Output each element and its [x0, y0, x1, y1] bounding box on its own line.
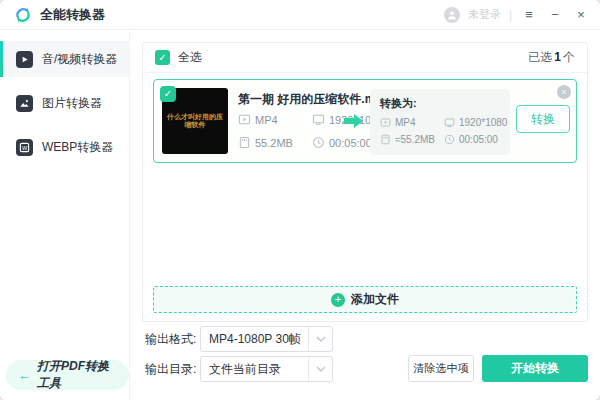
add-files-label: 添加文件: [351, 291, 399, 308]
output-format-select[interactable]: MP4-1080P 30帧: [200, 326, 333, 352]
size-icon: [238, 136, 251, 149]
chevron-down-icon: [308, 327, 332, 351]
minimize-icon[interactable]: −: [546, 6, 564, 24]
file-list-panel: ✓ 全选 已选1个 什么才叫好用的压缩软件 ✓ 第一期 好用的压缩软件.mp4 …: [142, 42, 588, 322]
chevron-down-icon: [308, 357, 332, 381]
webp-converter-icon: W: [16, 139, 33, 156]
source-format: MP4: [238, 113, 312, 126]
start-convert-button[interactable]: 开始转换: [482, 355, 588, 382]
select-all-checkbox[interactable]: ✓: [155, 50, 170, 65]
output-format-label: 输出格式:: [145, 326, 196, 352]
sidebar: 音/视频转换器 图片转换器 W WEBP转换器 ← 打开PDF转换工具: [0, 31, 130, 400]
target-label: 转换为:: [380, 96, 500, 111]
select-all-label: 全选: [178, 49, 202, 66]
selected-prefix: 已选: [528, 50, 552, 64]
open-pdf-tool-button[interactable]: ← 打开PDF转换工具: [6, 360, 129, 390]
person-icon: [447, 10, 457, 20]
target-size: ≈55.2MB: [380, 134, 444, 145]
target-duration: 00:05:00: [444, 134, 507, 145]
target-specs: MP4 1920*1080 ≈55.2MB 00:05:00: [380, 117, 500, 145]
video-converter-icon: [16, 51, 33, 68]
output-dir-value: 文件当前目录: [201, 361, 308, 378]
clear-selected-button[interactable]: 清除选中项: [408, 355, 474, 382]
image-converter-icon: [16, 95, 33, 112]
target-specs-panel: 转换为: MP4 1920*1080 ≈55.2MB: [370, 89, 510, 155]
titlebar-controls: 未登录 | ≡ − ×: [444, 6, 590, 24]
titlebar-separator: |: [509, 8, 512, 22]
remove-file-icon[interactable]: ×: [557, 85, 571, 99]
pdf-tool-label: 打开PDF转换工具: [37, 358, 117, 392]
selected-count-value: 1: [554, 50, 561, 64]
duration-icon: [444, 134, 455, 145]
titlebar: 全能转换器 未登录 | ≡ − ×: [0, 0, 600, 30]
format-icon: [380, 117, 391, 128]
file-name: 第一期 好用的压缩软件.mp4: [238, 91, 389, 108]
plus-icon: +: [331, 293, 345, 307]
sidebar-item-image-converter[interactable]: 图片转换器: [0, 85, 129, 121]
target-resolution: 1920*1080: [444, 117, 507, 128]
menu-icon[interactable]: ≡: [520, 6, 538, 24]
back-arrow-icon: ←: [18, 368, 31, 383]
sidebar-item-label: 图片转换器: [42, 95, 102, 112]
app-logo-icon: [14, 6, 32, 24]
sidebar-item-webp-converter[interactable]: W WEBP转换器: [0, 129, 129, 165]
convert-arrow-icon: [344, 113, 364, 129]
file-checkbox[interactable]: ✓: [160, 86, 176, 102]
output-dir-label: 输出目录:: [145, 356, 196, 382]
selected-suffix: 个: [563, 50, 575, 64]
login-status-label[interactable]: 未登录: [468, 7, 501, 22]
app-title: 全能转换器: [40, 6, 105, 24]
app-window: 全能转换器 未登录 | ≡ − × 音/视频转换器 图: [0, 0, 600, 400]
list-header: ✓ 全选 已选1个: [143, 43, 587, 73]
selected-count: 已选1个: [528, 49, 575, 66]
user-avatar[interactable]: [444, 7, 460, 23]
target-format: MP4: [380, 117, 444, 128]
output-dir-select[interactable]: 文件当前目录: [200, 356, 333, 382]
thumbnail-text: 什么才叫好用的压缩软件: [164, 113, 226, 130]
file-card: 什么才叫好用的压缩软件 ✓ 第一期 好用的压缩软件.mp4 MP4 1920x1…: [153, 79, 577, 163]
resolution-icon: [444, 117, 455, 128]
sidebar-item-av-converter[interactable]: 音/视频转换器: [0, 41, 129, 77]
svg-text:W: W: [22, 144, 28, 150]
duration-icon: [312, 136, 325, 149]
add-files-button[interactable]: + 添加文件: [153, 286, 577, 313]
active-indicator: [0, 41, 3, 77]
sidebar-item-label: 音/视频转换器: [42, 51, 117, 68]
source-size: 55.2MB: [238, 136, 312, 149]
convert-button[interactable]: 转换: [516, 105, 570, 133]
sidebar-item-label: WEBP转换器: [42, 139, 113, 156]
output-format-value: MP4-1080P 30帧: [201, 331, 308, 348]
close-icon[interactable]: ×: [572, 6, 590, 24]
format-icon: [238, 113, 251, 126]
resolution-icon: [312, 113, 325, 126]
size-icon: [380, 134, 391, 145]
